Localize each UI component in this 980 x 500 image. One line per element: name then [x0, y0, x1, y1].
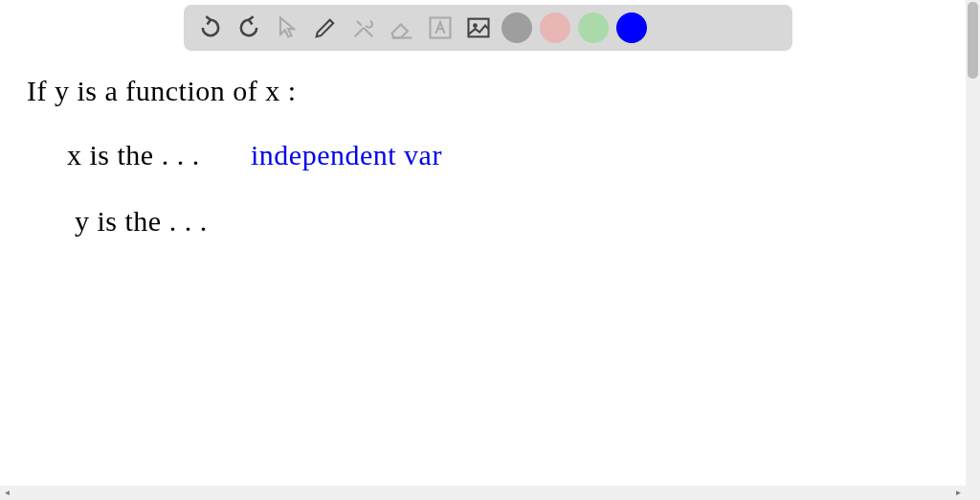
- handwritten-line-2-prefix: x is the . . .: [67, 139, 200, 171]
- text-icon: [427, 14, 454, 41]
- tools-icon: [350, 14, 377, 41]
- whiteboard-canvas[interactable]: If y is a function of x : x is the . . .…: [0, 0, 966, 486]
- scrollbar-thumb[interactable]: [968, 2, 978, 79]
- undo-button[interactable]: [193, 11, 228, 45]
- scrollbar-corner: [966, 486, 980, 500]
- image-icon: [465, 14, 492, 41]
- handwritten-line-3: y is the . . .: [75, 205, 208, 238]
- eraser-button[interactable]: [385, 11, 419, 45]
- handwritten-line-2-answer: independent var: [251, 139, 442, 171]
- handwritten-line-1: If y is a function of x :: [27, 75, 297, 107]
- tools-button[interactable]: [346, 11, 381, 45]
- redo-button[interactable]: [232, 11, 266, 45]
- vertical-scrollbar[interactable]: [966, 0, 980, 486]
- color-pink[interactable]: [540, 12, 570, 43]
- undo-icon: [197, 14, 224, 41]
- scroll-left-arrow[interactable]: ◄: [0, 486, 14, 500]
- pen-icon: [312, 14, 339, 41]
- pen-button[interactable]: [308, 11, 343, 45]
- color-gray[interactable]: [501, 12, 532, 43]
- horizontal-scrollbar[interactable]: ◄ ►: [0, 486, 966, 500]
- drawing-toolbar: [184, 5, 792, 51]
- image-button[interactable]: [461, 11, 496, 45]
- color-blue[interactable]: [616, 12, 647, 43]
- scroll-right-arrow[interactable]: ►: [951, 486, 966, 500]
- pointer-button[interactable]: [270, 11, 304, 45]
- redo-icon: [235, 14, 262, 41]
- pointer-icon: [274, 14, 301, 41]
- color-green[interactable]: [578, 12, 609, 43]
- svg-point-3: [473, 23, 478, 28]
- svg-rect-2: [469, 19, 489, 37]
- eraser-icon: [389, 14, 415, 41]
- text-button[interactable]: [423, 11, 457, 45]
